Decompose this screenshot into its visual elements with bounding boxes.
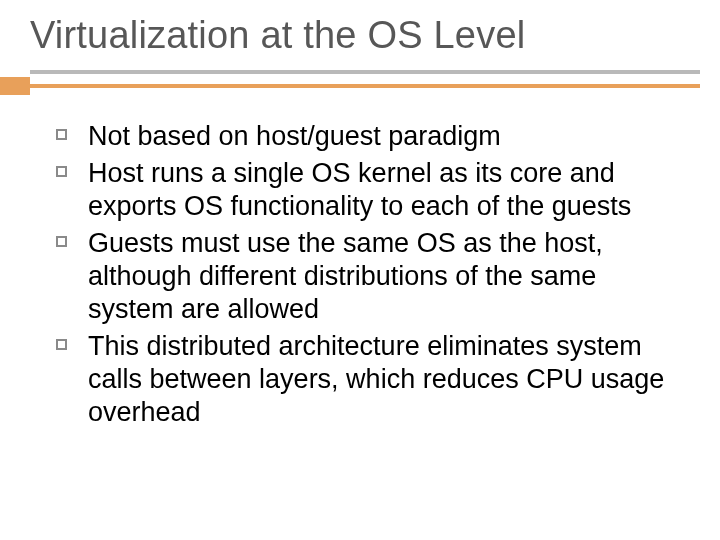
bullet-list: Not based on host/guest paradigm Host ru… <box>50 120 680 428</box>
list-item: Guests must use the same OS as the host,… <box>50 227 680 326</box>
list-item: Not based on host/guest paradigm <box>50 120 680 153</box>
title-divider <box>0 70 720 95</box>
list-item: Host runs a single OS kernel as its core… <box>50 157 680 223</box>
bullet-text: Not based on host/guest paradigm <box>88 121 501 151</box>
content-area: Not based on host/guest paradigm Host ru… <box>50 120 680 432</box>
divider-orange-line <box>30 84 700 88</box>
list-item: This distributed architecture eliminates… <box>50 330 680 429</box>
slide: Virtualization at the OS Level Not based… <box>0 0 720 540</box>
divider-accent-box <box>0 77 30 95</box>
bullet-text: Guests must use the same OS as the host,… <box>88 228 603 324</box>
slide-title: Virtualization at the OS Level <box>30 14 525 57</box>
divider-gray-line <box>30 70 700 74</box>
divider-orange-row <box>0 77 720 95</box>
bullet-text: Host runs a single OS kernel as its core… <box>88 158 631 221</box>
bullet-text: This distributed architecture eliminates… <box>88 331 664 427</box>
